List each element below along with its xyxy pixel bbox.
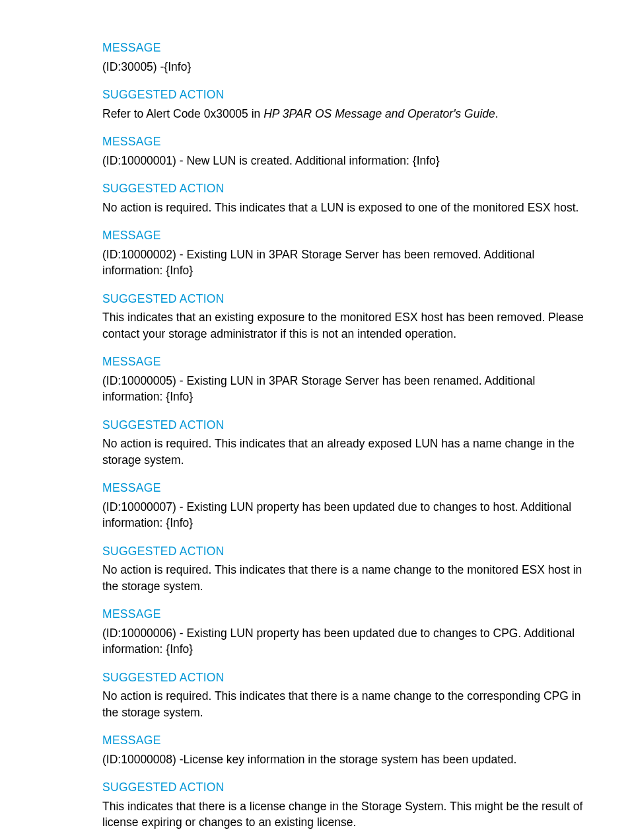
section-body: No action is required. This indicates th… [102, 436, 597, 468]
section-body: (ID:10000006) - Existing LUN property ha… [102, 625, 597, 658]
suggested-action-heading: SUGGESTED ACTION [102, 291, 597, 307]
message-heading: MESSAGE [102, 227, 597, 244]
section-body: This indicates that there is a license c… [102, 798, 597, 831]
suggested-action-heading: SUGGESTED ACTION [102, 417, 597, 434]
section-body: No action is required. This indicates th… [102, 200, 597, 216]
message-heading: MESSAGE [102, 606, 597, 623]
section-body: (ID:10000008) -License key information i… [102, 751, 597, 768]
message-heading: MESSAGE [102, 40, 597, 56]
section-body: No action is required. This indicates th… [102, 562, 597, 594]
message-heading: MESSAGE [102, 732, 597, 749]
suggested-action-heading: SUGGESTED ACTION [102, 87, 597, 103]
section-body: (ID:10000001) - New LUN is created. Addi… [102, 153, 597, 169]
body-text-italic: HP 3PAR OS Message and Operator's Guide [263, 107, 495, 120]
suggested-action-heading: SUGGESTED ACTION [102, 180, 597, 197]
message-heading: MESSAGE [102, 134, 597, 150]
body-text-suffix: . [495, 107, 499, 120]
section-body: (ID:10000007) - Existing LUN property ha… [102, 499, 597, 531]
section-body: (ID:10000002) - Existing LUN in 3PAR Sto… [102, 247, 597, 279]
section-body: (ID:30005) -{Info} [102, 59, 597, 75]
section-body: (ID:10000005) - Existing LUN in 3PAR Sto… [102, 373, 597, 405]
suggested-action-heading: SUGGESTED ACTION [102, 779, 597, 796]
suggested-action-heading: SUGGESTED ACTION [102, 543, 597, 560]
section-body: This indicates that an existing exposure… [102, 309, 597, 342]
section-body: No action is required. This indicates th… [102, 688, 597, 720]
body-text-prefix: Refer to Alert Code 0x30005 in [102, 107, 263, 120]
section-body: Refer to Alert Code 0x30005 in HP 3PAR O… [102, 106, 597, 122]
message-heading: MESSAGE [102, 480, 597, 496]
suggested-action-heading: SUGGESTED ACTION [102, 669, 597, 686]
document-content: MESSAGE(ID:30005) -{Info}SUGGESTED ACTIO… [102, 40, 597, 831]
message-heading: MESSAGE [102, 354, 597, 370]
